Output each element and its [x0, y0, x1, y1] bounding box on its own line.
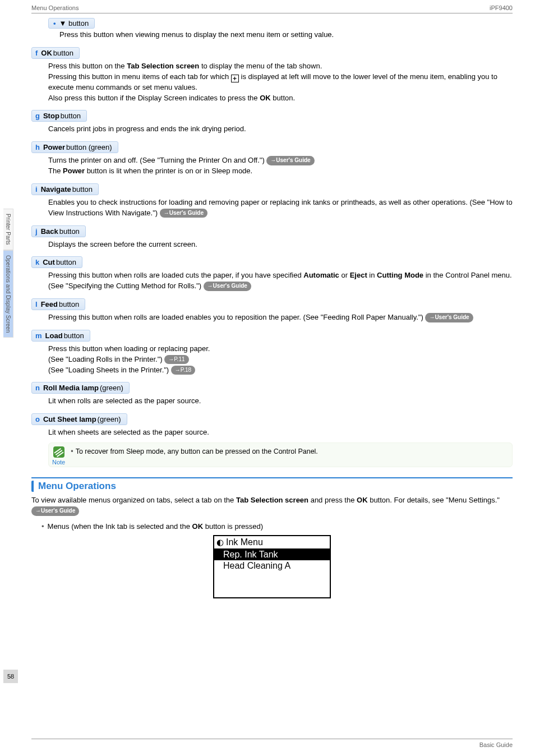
- side-tab-printer-parts[interactable]: Printer Parts: [3, 209, 13, 250]
- item-name: Power: [43, 143, 65, 151]
- item-h-desc: Turns the printer on and off. (See "Turn…: [48, 155, 513, 177]
- item-letter: g: [35, 112, 40, 120]
- menu-spacer: [214, 571, 330, 597]
- item-heading-g: g Stop button: [31, 110, 87, 122]
- page-footer: Basic Guide: [31, 739, 513, 748]
- text: button. For details, see "Menu Settings.…: [368, 496, 500, 504]
- text-bold: Eject: [350, 271, 367, 279]
- users-guide-pill[interactable]: →User's Guide: [425, 313, 473, 322]
- text: To recover from Sleep mode, any button c…: [76, 448, 318, 455]
- item-k-desc: Pressing this button when rolls are load…: [48, 270, 513, 292]
- item-name: Navigate: [41, 185, 71, 193]
- text: To view available menus organized on tab…: [31, 496, 236, 504]
- section-heading: Menu Operations: [31, 481, 116, 492]
- item-suffix: button: [61, 112, 81, 120]
- item-name: Stop: [43, 112, 59, 120]
- item-heading-i: i Navigate button: [31, 183, 99, 195]
- item-letter: h: [35, 143, 40, 151]
- text: Enables you to check instructions for lo…: [48, 198, 513, 217]
- item-name: Back: [41, 227, 58, 236]
- item-m-desc: Press this button when loading or replac…: [48, 344, 513, 376]
- item-suffix: (green): [100, 384, 123, 392]
- sub-item-label: ▼ button: [59, 19, 89, 27]
- text-bold: Power: [63, 167, 85, 175]
- page-number: 58: [3, 670, 18, 683]
- page-ref-pill[interactable]: →P.11: [164, 355, 188, 365]
- item-letter: i: [35, 185, 38, 193]
- text: Press this button when loading or replac…: [48, 344, 210, 353]
- item-g-desc: Cancels print jobs in progress and ends …: [48, 124, 513, 135]
- users-guide-pill[interactable]: →User's Guide: [160, 209, 207, 218]
- header-right: iPF9400: [490, 4, 513, 11]
- note-box: Note •To recover from Sleep mode, any bu…: [48, 442, 513, 467]
- plus-icon: ＋: [231, 75, 239, 82]
- item-heading-o: o Cut Sheet lamp (green): [31, 413, 127, 425]
- item-letter: l: [35, 300, 38, 308]
- item-j-desc: Displays the screen before the current s…: [48, 239, 513, 250]
- menu-screen-title: Ink Menu: [226, 537, 263, 547]
- item-suffix: button: [72, 185, 93, 193]
- item-o-desc: Lit when sheets are selected as the pape…: [48, 427, 513, 438]
- text: button.: [271, 94, 295, 102]
- note-text: •To recover from Sleep mode, any button …: [71, 446, 318, 455]
- text: to display the menu of the tab shown.: [199, 62, 322, 70]
- item-heading-j: j Back button: [31, 225, 86, 237]
- users-guide-pill[interactable]: →User's Guide: [204, 282, 251, 291]
- text-bold: OK: [357, 496, 368, 504]
- users-guide-pill[interactable]: →User's Guide: [266, 156, 314, 165]
- text: Menus (when the Ink tab is selected and …: [48, 522, 192, 531]
- side-tab-operations[interactable]: Operations and Display Screen: [3, 250, 13, 338]
- item-heading-f: f OK button: [31, 47, 80, 59]
- side-tabs: Printer Parts Operations and Display Scr…: [3, 209, 13, 338]
- text: in: [367, 271, 377, 279]
- menu-screen-title-row: ◐ Ink Menu: [214, 536, 330, 549]
- item-letter: n: [35, 384, 40, 392]
- item-heading-m: m Load button: [31, 330, 90, 342]
- text-bold: Tab Selection screen: [127, 62, 199, 70]
- page-ref-pill[interactable]: →P.18: [171, 366, 195, 375]
- text-bold: OK: [260, 94, 271, 102]
- text: (See "Loading Sheets in the Printer."): [48, 366, 171, 374]
- page-header: Menu Operations iPF9400: [31, 4, 513, 13]
- item-name: Cut: [43, 258, 55, 266]
- item-letter: m: [35, 331, 42, 340]
- item-name: Cut Sheet lamp: [43, 415, 96, 423]
- sub-item-desc: Press this button when viewing menus to …: [59, 30, 513, 40]
- bullet-dot-icon: •: [41, 522, 44, 531]
- item-suffix: button: [59, 300, 79, 308]
- header-left: Menu Operations: [31, 4, 79, 11]
- item-letter: f: [35, 49, 38, 57]
- users-guide-pill[interactable]: →User's Guide: [31, 506, 79, 516]
- ink-drop-icon: ◐: [216, 537, 224, 547]
- item-suffix: button: [53, 49, 73, 57]
- text: Pressing this button when rolls are load…: [48, 271, 303, 279]
- menu-screen: ◐ Ink Menu Rep. Ink Tank Head Cleaning A: [213, 535, 331, 598]
- text-bold: OK: [192, 522, 204, 531]
- item-heading-h: h Power button (green): [31, 141, 118, 153]
- bullet-dot-icon: •: [71, 448, 73, 455]
- item-name: Load: [45, 331, 63, 340]
- item-name: Roll Media lamp: [43, 384, 99, 392]
- text: The: [48, 167, 63, 175]
- text: button is pressed): [203, 522, 263, 531]
- menu-row: Head Cleaning A: [214, 560, 330, 571]
- menu-bullet: •Menus (when the Ink tab is selected and…: [41, 522, 513, 531]
- item-letter: j: [35, 227, 38, 236]
- item-suffix: button (green): [66, 143, 112, 151]
- text: and press the: [308, 496, 357, 504]
- text: Press this button on the: [48, 62, 127, 70]
- item-heading-n: n Roll Media lamp (green): [31, 382, 130, 394]
- item-letter: k: [35, 258, 39, 266]
- item-n-desc: Lit when rolls are selected as the paper…: [48, 396, 513, 407]
- item-heading-l: l Feed button: [31, 298, 85, 310]
- item-l-desc: Pressing this button when rolls are load…: [48, 312, 513, 323]
- item-name: Feed: [41, 300, 58, 308]
- text: Pressing this button in menu items of ea…: [48, 72, 231, 81]
- item-suffix: button: [59, 227, 80, 236]
- section-heading-wrap: Menu Operations: [31, 477, 513, 492]
- text-bold: Tab Selection screen: [236, 496, 308, 504]
- text-bold: Cutting Mode: [377, 271, 423, 279]
- text: Pressing this button when rolls are load…: [48, 313, 425, 321]
- page-container: Menu Operations iPF9400 Printer Parts Op…: [0, 0, 535, 756]
- item-suffix: button: [64, 331, 84, 340]
